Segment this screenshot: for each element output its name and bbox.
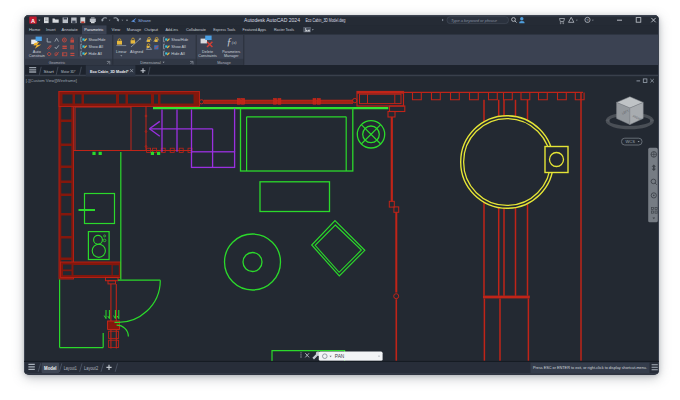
svg-text:Motor 3D*: Motor 3D* bbox=[61, 69, 76, 74]
svg-text:Express Tools: Express Tools bbox=[213, 27, 235, 32]
svg-text:Eco Cabin_3D Model*: Eco Cabin_3D Model* bbox=[90, 69, 129, 74]
svg-text:Manager: Manager bbox=[224, 53, 239, 58]
svg-text:Autodesk AutoCAD 2024: Autodesk AutoCAD 2024 bbox=[244, 18, 300, 23]
svg-text:Show All: Show All bbox=[89, 44, 104, 49]
svg-text:Geometric: Geometric bbox=[49, 60, 66, 65]
svg-text:Press ESC or ENTER to exit, or: Press ESC or ENTER to exit, or right-cli… bbox=[533, 365, 647, 370]
svg-text:Collaborate: Collaborate bbox=[186, 27, 207, 32]
svg-text:Layout2: Layout2 bbox=[84, 366, 99, 371]
svg-text:Dimensional: Dimensional bbox=[140, 60, 161, 65]
svg-text:Add-ins: Add-ins bbox=[165, 27, 178, 32]
svg-text:Raster Tools: Raster Tools bbox=[274, 27, 294, 32]
svg-text:Linear: Linear bbox=[116, 49, 127, 54]
svg-text:Featured Apps: Featured Apps bbox=[243, 27, 267, 32]
svg-text:Type a keyword or phrase: Type a keyword or phrase bbox=[451, 18, 498, 23]
svg-text:Share: Share bbox=[138, 18, 152, 23]
svg-text:Show/Hide: Show/Hide bbox=[171, 37, 189, 42]
svg-text:Constrain: Constrain bbox=[29, 53, 46, 58]
svg-text:[-][Custom View][Wireframe]: [-][Custom View][Wireframe] bbox=[26, 78, 77, 83]
svg-text:Show All: Show All bbox=[171, 44, 186, 49]
svg-text:Eco Cabin_3D Model.dwg: Eco Cabin_3D Model.dwg bbox=[306, 18, 346, 23]
svg-text:WCS: WCS bbox=[625, 139, 635, 144]
svg-text:Layout1: Layout1 bbox=[64, 366, 78, 371]
svg-text:Model: Model bbox=[44, 366, 56, 371]
svg-text:View: View bbox=[112, 27, 122, 32]
svg-text:PAN: PAN bbox=[335, 354, 345, 359]
svg-text:A: A bbox=[31, 18, 35, 24]
svg-text:Start: Start bbox=[44, 69, 55, 74]
svg-text:(x): (x) bbox=[232, 40, 237, 45]
svg-text:Home: Home bbox=[29, 27, 41, 32]
svg-text:Show/Hide: Show/Hide bbox=[89, 37, 107, 42]
svg-text:Hide All: Hide All bbox=[89, 51, 103, 56]
svg-text:Aligned: Aligned bbox=[130, 49, 144, 54]
svg-text:Manage: Manage bbox=[127, 27, 142, 32]
svg-text:Parametric: Parametric bbox=[84, 27, 103, 32]
svg-text:Output: Output bbox=[144, 27, 159, 32]
svg-text:Insert: Insert bbox=[46, 27, 56, 32]
svg-text:Constraints: Constraints bbox=[198, 53, 217, 58]
svg-text:Annotate: Annotate bbox=[62, 27, 79, 32]
svg-text:Manage: Manage bbox=[217, 60, 231, 65]
svg-text:Hide All: Hide All bbox=[171, 51, 185, 56]
